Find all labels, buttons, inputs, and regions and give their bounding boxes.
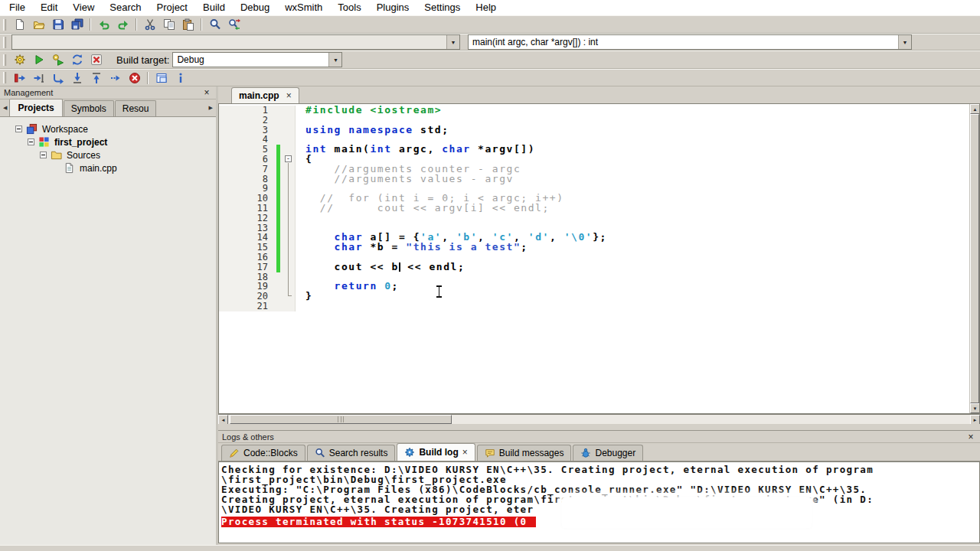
vertical-scroll-thumb[interactable] xyxy=(970,114,979,403)
chevron-down-icon[interactable]: ▼ xyxy=(328,53,341,67)
toolbar-grip[interactable] xyxy=(3,37,6,48)
tab-projects[interactable]: Projects xyxy=(9,99,62,116)
menu-edit[interactable]: Edit xyxy=(33,0,65,15)
stop-debugger-button[interactable] xyxy=(125,70,144,86)
collapse-icon[interactable] xyxy=(40,152,47,158)
menu-search[interactable]: Search xyxy=(102,0,149,15)
various-info-button[interactable] xyxy=(171,70,190,86)
changed-line-marker xyxy=(274,253,283,262)
run-to-cursor-button[interactable] xyxy=(29,70,48,86)
build-target-combo[interactable]: Debug ▼ xyxy=(172,52,342,67)
line-number[interactable]: 1 xyxy=(219,106,274,116)
next-line-button[interactable] xyxy=(48,70,67,86)
menu-debug[interactable]: Debug xyxy=(233,0,277,15)
tab-resou[interactable]: Resou xyxy=(115,100,157,116)
toolbar-separator xyxy=(136,18,137,31)
tree-item-main-cpp[interactable]: main.cpp xyxy=(0,161,216,174)
run-button[interactable] xyxy=(29,52,48,68)
save-button[interactable] xyxy=(48,17,67,33)
log-tab-build-messages[interactable]: Build messages xyxy=(477,445,572,461)
line-number[interactable]: 7 xyxy=(219,165,274,174)
fold-line-end xyxy=(288,292,292,296)
open-file-button[interactable] xyxy=(29,17,48,33)
line-number[interactable]: 2 xyxy=(219,116,274,126)
close-log-tab-icon[interactable]: × xyxy=(462,447,468,458)
tree-item-sources[interactable]: Sources xyxy=(0,148,216,161)
close-tab-icon[interactable]: × xyxy=(286,90,292,101)
scroll-down-icon[interactable]: ▼ xyxy=(970,403,980,413)
line-number[interactable]: 6 xyxy=(219,155,274,165)
line-number[interactable]: 16 xyxy=(219,253,274,262)
log-tab-code-blocks[interactable]: Code::Blocks xyxy=(221,445,305,461)
menu-view[interactable]: View xyxy=(65,0,102,15)
chevron-down-icon[interactable]: ▼ xyxy=(446,35,459,49)
undo-button[interactable] xyxy=(94,17,113,33)
cut-button[interactable] xyxy=(140,17,159,33)
tree-item-first-project[interactable]: first_project xyxy=(0,135,216,148)
menu-tools[interactable]: Tools xyxy=(330,0,368,15)
build-and-run-button[interactable] xyxy=(48,52,67,68)
line-number[interactable]: 17 xyxy=(219,262,274,272)
menu-help[interactable]: Help xyxy=(468,0,504,15)
symbol-combo[interactable]: main(int argc, char *argv[]) : int ▼ xyxy=(468,34,912,50)
tab-scroll-right-icon[interactable]: ▶ xyxy=(207,105,215,116)
step-into-button[interactable] xyxy=(67,70,87,86)
new-file-button[interactable] xyxy=(10,17,29,33)
log-tab-debugger[interactable]: Debugger xyxy=(573,445,643,461)
tab-scroll-left-icon[interactable]: ◀ xyxy=(1,105,9,116)
scroll-up-icon[interactable]: ▲ xyxy=(970,104,980,114)
abort-build-button[interactable] xyxy=(87,52,106,68)
replace-icon xyxy=(228,18,240,31)
horizontal-scroll-track[interactable] xyxy=(228,415,970,424)
code-token: << endl; xyxy=(400,261,465,272)
code-editor[interactable]: 1#include <iostream>23using namespace st… xyxy=(218,103,980,414)
tree-item-workspace[interactable]: Workspace xyxy=(0,122,216,135)
line-number[interactable]: 21 xyxy=(219,302,274,311)
collapse-icon[interactable] xyxy=(15,126,22,132)
find-button[interactable] xyxy=(205,17,224,33)
menu-wxsmith[interactable]: wxSmith xyxy=(277,0,330,15)
build-and-run-icon xyxy=(52,54,64,66)
redo-button[interactable] xyxy=(113,17,132,33)
log-tab-search-results[interactable]: Search results xyxy=(307,445,396,461)
step-out-button[interactable] xyxy=(87,70,106,86)
build-button[interactable] xyxy=(10,52,29,68)
menu-settings[interactable]: Settings xyxy=(416,0,468,15)
close-management-icon[interactable]: × xyxy=(201,87,212,98)
stop-debugger-icon xyxy=(129,72,141,84)
fold-margin xyxy=(283,165,296,174)
rebuild-button[interactable] xyxy=(67,52,87,68)
code-text xyxy=(296,135,305,145)
scope-combo[interactable]: ▼ xyxy=(11,34,460,50)
debug-continue-button[interactable] xyxy=(10,70,29,86)
toolbar-grip[interactable] xyxy=(3,19,6,31)
line-number[interactable]: 11 xyxy=(219,204,274,214)
save-all-button[interactable] xyxy=(67,17,87,33)
menu-file[interactable]: File xyxy=(2,0,33,15)
editor-tab-main-cpp[interactable]: main.cpp × xyxy=(231,87,299,103)
close-logs-icon[interactable]: × xyxy=(965,432,976,442)
menu-build[interactable]: Build xyxy=(195,0,233,15)
log-tab-build-log[interactable]: Build log× xyxy=(397,443,475,461)
log-tab-label: Search results xyxy=(329,448,388,458)
fold-marker-icon[interactable]: - xyxy=(285,155,292,162)
paste-button[interactable] xyxy=(178,17,198,33)
collapse-icon[interactable] xyxy=(28,139,34,145)
replace-button[interactable] xyxy=(224,17,243,33)
next-instruction-button[interactable] xyxy=(106,70,125,86)
vertical-scroll-track[interactable] xyxy=(970,114,979,403)
editor-horizontal-scrollbar[interactable]: ◄ ► xyxy=(218,414,980,424)
copy-button[interactable] xyxy=(159,17,178,33)
debugging-windows-button[interactable] xyxy=(152,70,171,86)
fold-line xyxy=(288,282,289,292)
line-number[interactable]: 12 xyxy=(219,214,274,223)
editor-vertical-scrollbar[interactable]: ▲ ▼ xyxy=(969,104,979,413)
panel-splitter[interactable] xyxy=(218,424,980,430)
menu-project[interactable]: Project xyxy=(149,0,195,15)
tab-symbols[interactable]: Symbols xyxy=(64,100,114,116)
horizontal-scroll-thumb[interactable] xyxy=(230,415,452,424)
toolbar-grip[interactable] xyxy=(3,72,6,83)
chevron-down-icon[interactable]: ▼ xyxy=(898,35,911,49)
menu-plugins[interactable]: Plugins xyxy=(369,0,417,15)
toolbar-grip[interactable] xyxy=(3,54,6,66)
